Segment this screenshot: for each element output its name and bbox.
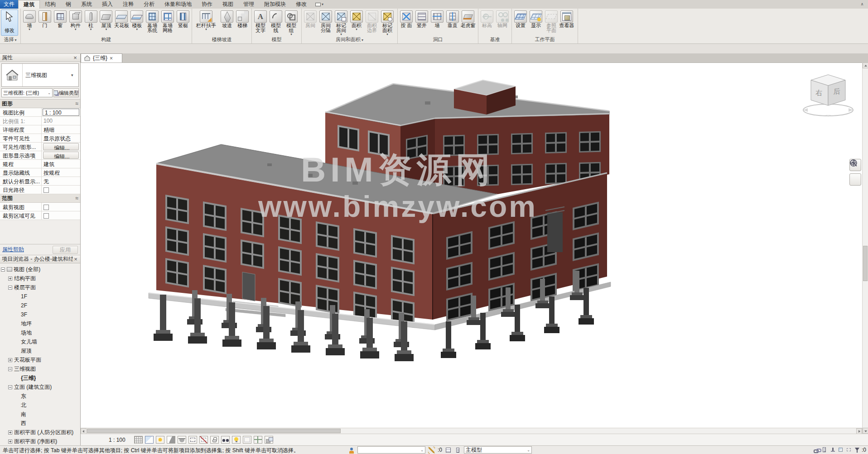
ribbon-button-vertical-opening[interactable]: 垂直 (445, 10, 460, 36)
ribbon-button-stair[interactable]: 楼梯 (235, 10, 250, 36)
tree-item-area-plans-net[interactable]: 面积平面 (净面积) (1, 437, 80, 446)
crop-visible-checkbox[interactable] (43, 213, 49, 219)
horizontal-scroll-thumb[interactable] (87, 429, 341, 433)
tab-architecture[interactable]: 建筑 (18, 0, 40, 9)
active-option-icon[interactable] (454, 447, 461, 454)
sun-path-icon[interactable] (156, 436, 164, 444)
ribbon-button-viewer[interactable]: 查看器 (559, 10, 574, 36)
close-icon[interactable] (73, 256, 78, 263)
tree-item-3f[interactable]: 3F (1, 310, 80, 319)
reveal-hidden-elements-icon[interactable] (232, 436, 241, 444)
view-scale-value[interactable]: 1 : 100 (43, 109, 79, 116)
editing-requests-icon[interactable] (428, 447, 435, 454)
tab-annotate[interactable]: 注释 (118, 0, 139, 9)
section-extents[interactable]: 范围 (0, 194, 80, 203)
ribbon-display-toggle-icon[interactable] (312, 0, 327, 9)
sun-path-checkbox[interactable] (43, 187, 49, 193)
active-workset-select[interactable]: ⌄ (357, 446, 425, 454)
show-crop-region-icon[interactable] (199, 436, 208, 444)
tab-steel[interactable]: 钢 (61, 0, 76, 9)
file-menu-button[interactable]: 文件 (0, 0, 18, 9)
tree-item-floor-plans[interactable]: 楼层平面 (1, 283, 80, 292)
tree-item-parapet[interactable]: 女儿墙 (1, 337, 80, 346)
apply-button[interactable]: 应用 (53, 246, 78, 254)
chevron-down-icon[interactable]: ▾ (71, 73, 78, 77)
expand-icon[interactable] (8, 277, 12, 281)
tree-item-structural-plans[interactable]: 结构平面 (1, 274, 80, 283)
ribbon-button-model-text[interactable]: 模型 文字 (253, 10, 268, 36)
design-options-icon[interactable] (445, 447, 452, 454)
ribbon-button-door[interactable]: 门 (37, 10, 53, 36)
vertical-scroll-thumb[interactable] (863, 246, 868, 281)
vertical-scrollbar[interactable] (862, 62, 868, 434)
tree-item-views[interactable]: 视图 (全部) (1, 265, 80, 274)
tree-item-east[interactable]: 东 (1, 392, 80, 401)
view-tab-3d[interactable]: {三维} (81, 53, 122, 62)
ribbon-button-wall[interactable]: 墙 (22, 10, 37, 36)
properties-help-link[interactable]: 属性帮助 (2, 246, 24, 253)
3d-building-model[interactable]: BIM资源网 www.bimzyw.com (81, 63, 862, 428)
crop-view-icon[interactable] (188, 436, 197, 444)
close-icon[interactable] (110, 55, 113, 62)
select-pinned-icon[interactable] (829, 446, 836, 453)
tree-item-1f[interactable]: 1F (1, 292, 80, 301)
ribbon-button-curtain-system[interactable]: 幕墙 系统 (145, 10, 160, 36)
detail-level-icon[interactable] (134, 436, 143, 444)
select-underlay-icon[interactable] (821, 446, 828, 453)
selection-filter-icon[interactable] (854, 446, 860, 453)
tree-item-3d-default[interactable]: {三维} (1, 373, 80, 382)
tab-modify[interactable]: 修改 (291, 0, 312, 9)
locked-3d-view-icon[interactable] (210, 436, 219, 444)
tree-item-ground[interactable]: 地坪 (1, 319, 80, 328)
ribbon-button-dormer-opening[interactable]: 老虎窗 (460, 10, 476, 36)
close-icon[interactable] (72, 54, 78, 61)
scroll-down-icon[interactable] (863, 428, 868, 434)
ribbon-button-floor[interactable]: 楼板 (129, 10, 145, 36)
tab-collaborate[interactable]: 协作 (197, 0, 217, 9)
collapse-icon[interactable] (1, 268, 5, 272)
ribbon-button-railing[interactable]: 栏杆扶手 (193, 10, 219, 36)
select-by-face-icon[interactable] (837, 446, 844, 453)
shadows-icon[interactable] (167, 436, 175, 444)
worksharing-icon[interactable] (348, 447, 355, 454)
tree-item-roof[interactable]: 屋顶 (1, 346, 80, 355)
tree-item-2f[interactable]: 2F (1, 301, 80, 310)
tab-massing-site[interactable]: 体量和场地 (159, 0, 197, 9)
ribbon-button-window[interactable]: 窗 (53, 10, 68, 36)
ribbon-button-opening-by-face[interactable]: 按 面 (399, 10, 414, 36)
collapse-icon[interactable] (8, 367, 12, 371)
temporary-view-properties-icon[interactable] (243, 436, 251, 444)
tab-insert[interactable]: 插入 (97, 0, 118, 9)
ribbon-button-model-line[interactable]: 模型 线 (268, 10, 284, 36)
collapse-icon[interactable] (8, 385, 12, 389)
tree-item-area-plans-civil[interactable]: 面积平面 (人防分区面积) (1, 428, 80, 437)
collapse-icon[interactable] (8, 286, 12, 290)
select-links-icon[interactable] (813, 446, 820, 453)
ribbon-button-wall-opening[interactable]: 墙 (429, 10, 445, 36)
instance-selector[interactable]: 三维视图: {三维}⌄ (1, 88, 53, 97)
ribbon-button-area[interactable]: 面积 (349, 10, 364, 36)
ribbon-button-column[interactable]: 柱 (83, 10, 99, 36)
expand-icon[interactable] (8, 440, 12, 444)
ribbon-button-tag-room[interactable]: 标记 房间 (333, 10, 349, 36)
ribbon-button-show-work-plane[interactable]: 显示 (528, 10, 544, 36)
tree-item-west[interactable]: 西 (1, 419, 80, 428)
ribbon-button-component[interactable]: 构件 (68, 10, 83, 36)
zoom-button[interactable] (849, 173, 861, 186)
tab-view[interactable]: 视图 (217, 0, 238, 9)
ribbon-button-room-separator[interactable]: 房间 分隔 (318, 10, 333, 36)
ribbon-button-shaft-opening[interactable]: 竖井 (414, 10, 429, 36)
visual-style-icon[interactable] (145, 436, 154, 444)
expand-icon[interactable] (8, 430, 12, 435)
ribbon-button-tag-area[interactable]: 标记 面积 (380, 10, 395, 36)
horizontal-scrollbar[interactable] (81, 428, 862, 434)
highlight-displacement-sets-icon[interactable] (265, 436, 273, 444)
type-selector[interactable]: 三维视图 ▾ (1, 63, 79, 87)
viewcube[interactable]: 右 后 (801, 71, 855, 121)
panel-label-select[interactable]: 选择 (0, 36, 20, 43)
ribbon-button-ceiling[interactable]: 天花板 (114, 10, 129, 36)
tab-analyze[interactable]: 分析 (139, 0, 159, 9)
tree-item-south[interactable]: 南 (1, 410, 80, 419)
ribbon-button-mullion[interactable]: 竖梃 (175, 10, 191, 36)
tree-item-site[interactable]: 场地 (1, 328, 80, 337)
